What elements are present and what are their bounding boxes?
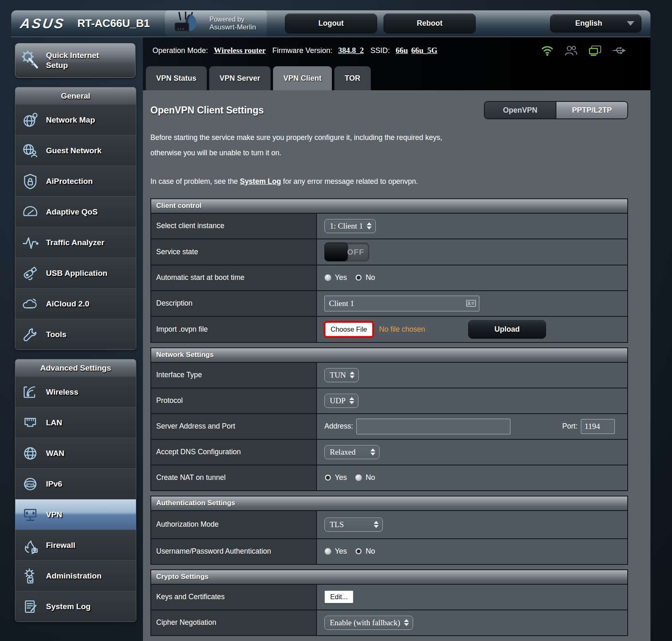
- authorization-mode-select[interactable]: TLS: [324, 518, 383, 532]
- tab-vpn-status[interactable]: VPN Status: [146, 66, 207, 90]
- userpass-auth-row: Username/Password Authentication Yes No: [151, 538, 627, 564]
- status-icon-group: [541, 45, 626, 56]
- select-arrows-icon: [349, 397, 354, 404]
- sidebar-item-aicloud[interactable]: AiCloud 2.0: [15, 288, 136, 319]
- tab-vpn-client[interactable]: VPN Client: [273, 66, 332, 90]
- sidebar-item-aiprotection[interactable]: AiProtection: [15, 166, 136, 196]
- choose-file-button[interactable]: Choose File: [325, 323, 372, 336]
- chevron-down-icon: [627, 21, 634, 26]
- top-banner: ASUS RT-AC66U_B1 Powered by Asuswrt-Merl…: [11, 10, 650, 37]
- client-instance-select[interactable]: 1: Client 1: [324, 219, 376, 233]
- description-input[interactable]: [324, 296, 479, 311]
- address-input[interactable]: [356, 419, 510, 434]
- upload-button[interactable]: Upload: [468, 320, 546, 339]
- sidebar-item-network-map[interactable]: Network Map: [15, 104, 136, 135]
- operation-mode-label: Operation Mode:: [152, 46, 208, 55]
- keys-certificates-row: Keys and Certificates Edit...: [151, 585, 627, 610]
- nat-no-radio[interactable]: [355, 474, 362, 481]
- sidebar-item-wireless[interactable]: Wireless: [15, 376, 136, 407]
- cipher-negotiation-label: Cipher Negotiation: [151, 610, 317, 635]
- nat-yes-label: Yes: [335, 473, 347, 482]
- guest-network-icon: [20, 142, 40, 159]
- nat-yes-radio[interactable]: [324, 474, 331, 481]
- info-bar: Operation Mode: Wireless router Firmware…: [143, 37, 650, 64]
- language-dropdown[interactable]: English: [550, 14, 641, 32]
- content-panel: OpenVPN Client Settings OpenVPN PPTP/L2T…: [143, 90, 650, 641]
- reboot-button[interactable]: Reboot: [384, 14, 476, 33]
- system-log-link[interactable]: System Log: [240, 177, 281, 186]
- port-input[interactable]: [581, 419, 615, 434]
- network-map-icon: [20, 111, 40, 129]
- select-arrows-icon: [370, 448, 375, 455]
- client-control-section: Client control Select client instance 1:…: [150, 198, 628, 343]
- display-icon[interactable]: [588, 45, 602, 56]
- auto-start-no-radio[interactable]: [355, 274, 362, 281]
- interface-type-row: Interface Type TUN: [151, 363, 627, 388]
- ssid-link-1[interactable]: 66u: [396, 46, 408, 55]
- tab-tor[interactable]: TOR: [334, 66, 371, 90]
- sidebar-item-guest-network[interactable]: Guest Network: [15, 135, 136, 166]
- log-document-icon: [20, 598, 40, 615]
- firmware-version-link[interactable]: 384.8_2: [338, 46, 364, 55]
- gauge-icon: [20, 203, 40, 221]
- port-label: Port:: [562, 422, 578, 431]
- select-client-label: Select client instance: [151, 214, 317, 239]
- no-file-chosen-text: No file chosen: [379, 325, 425, 334]
- router-admin-page: ASUS RT-AC66U_B1 Powered by Asuswrt-Merl…: [11, 10, 650, 641]
- operation-mode-link[interactable]: Wireless router: [214, 46, 266, 55]
- powered-by-block: Powered by Asuswrt-Merlin: [165, 10, 267, 37]
- auto-start-no-label: No: [365, 273, 375, 282]
- pptp-l2tp-button[interactable]: PPTP/L2TP: [556, 102, 627, 118]
- router-image: [168, 11, 204, 36]
- sidebar-item-adaptive-qos[interactable]: Adaptive QoS: [15, 196, 136, 227]
- network-settings-header: Network Settings: [151, 348, 627, 363]
- sidebar-item-administration[interactable]: Administration: [15, 560, 136, 591]
- router-model: RT-AC66U_B1: [77, 17, 150, 30]
- sidebar-item-firewall[interactable]: Firewall: [15, 530, 136, 560]
- select-arrows-icon: [350, 371, 355, 378]
- quick-internet-setup-button[interactable]: Quick InternetSetup: [15, 43, 135, 78]
- create-nat-label: Create NAT on tunnel: [151, 465, 317, 490]
- description-label: Description: [151, 291, 317, 316]
- accept-dns-select[interactable]: Relaxed: [324, 445, 380, 459]
- wrench-icon: [20, 326, 40, 343]
- logout-button[interactable]: Logout: [285, 14, 377, 33]
- sidebar-item-traffic-analyzer[interactable]: Traffic Analyzer: [15, 227, 136, 258]
- protocol-select[interactable]: UDP: [324, 394, 358, 408]
- sidebar-item-tools[interactable]: Tools: [15, 319, 136, 349]
- edit-keys-button[interactable]: Edit...: [324, 590, 353, 603]
- import-ovpn-row: Import .ovpn file Choose File No file ch…: [151, 316, 627, 342]
- interface-type-label: Interface Type: [151, 363, 317, 388]
- crypto-settings-header: Crypto Settings: [151, 570, 627, 585]
- openvpn-button[interactable]: OpenVPN: [485, 102, 556, 118]
- admin-gear-icon: [20, 567, 40, 585]
- interface-type-select[interactable]: TUN: [324, 368, 359, 382]
- auto-start-yes-radio[interactable]: [324, 274, 331, 281]
- server-address-label: Server Address and Port: [151, 414, 317, 439]
- userpass-no-radio[interactable]: [355, 548, 362, 555]
- clients-icon[interactable]: [564, 45, 578, 56]
- page-title: OpenVPN Client Settings: [150, 105, 263, 116]
- wifi-icon[interactable]: [541, 45, 554, 56]
- create-nat-row: Create NAT on tunnel Yes No: [151, 465, 627, 490]
- quick-setup-label: Quick InternetSetup: [46, 51, 99, 70]
- sidebar-item-wan[interactable]: WAN: [15, 438, 136, 468]
- cipher-negotiation-select[interactable]: Enable (with fallback): [324, 616, 413, 630]
- usb-stick-icon: [20, 265, 40, 282]
- svg-text:IPV6: IPV6: [26, 482, 34, 487]
- sidebar-item-system-log[interactable]: System Log: [15, 591, 136, 622]
- ssid-link-2[interactable]: 66u_5G: [411, 46, 438, 55]
- userpass-yes-radio[interactable]: [324, 548, 331, 555]
- vpn-monitor-icon: [20, 506, 40, 523]
- sidebar-item-vpn[interactable]: VPN: [15, 499, 136, 530]
- sidebar-item-ipv6[interactable]: IPV6 IPv6: [15, 468, 136, 499]
- problem-text: In case of problem, see the System Log f…: [150, 177, 628, 186]
- general-nav-block: General Network Map: [15, 87, 136, 350]
- tab-vpn-server[interactable]: VPN Server: [209, 66, 271, 90]
- service-state-toggle[interactable]: OFF: [324, 243, 369, 261]
- usb-icon[interactable]: [612, 46, 626, 55]
- sidebar-item-lan[interactable]: LAN: [15, 407, 136, 438]
- sidebar-item-usb-application[interactable]: USB Application: [15, 258, 136, 288]
- server-address-row: Server Address and Port Address: Port:: [151, 413, 627, 439]
- language-label: English: [551, 19, 627, 28]
